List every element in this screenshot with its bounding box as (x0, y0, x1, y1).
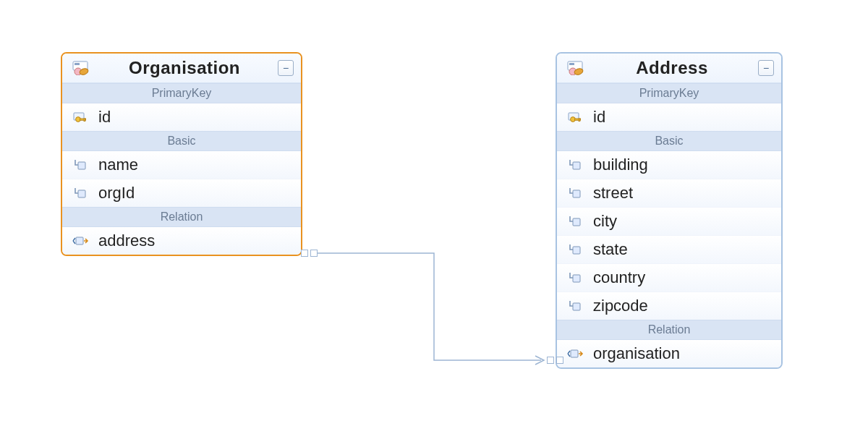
svg-rect-10 (76, 237, 83, 244)
field-name: city (593, 212, 617, 231)
svg-rect-20 (573, 190, 580, 197)
connector-port[interactable] (556, 357, 563, 364)
collapse-button[interactable]: − (278, 60, 294, 76)
field-name: organisation (593, 344, 680, 363)
entity-organisation[interactable]: Organisation − PrimaryKey id Basic (61, 52, 302, 256)
field-row[interactable]: id (62, 103, 301, 131)
svg-rect-7 (84, 119, 85, 122)
field-row[interactable]: organisation (557, 340, 781, 367)
entity-title: Address (586, 58, 758, 78)
field-row[interactable]: street (557, 179, 781, 207)
field-row[interactable]: country (557, 263, 781, 292)
connector-port[interactable] (547, 357, 554, 364)
field-icon (566, 271, 584, 284)
entity-title: Organisation (91, 58, 278, 78)
field-name: state (593, 240, 628, 259)
field-name: country (593, 268, 645, 287)
field-name: id (98, 108, 111, 127)
entity-header[interactable]: Organisation − (62, 54, 301, 83)
field-icon (71, 187, 90, 200)
section-label-basic: Basic (557, 131, 781, 151)
section-label-relation: Relation (62, 207, 301, 227)
connector-port[interactable] (310, 250, 318, 257)
svg-rect-25 (571, 350, 578, 357)
field-name: zipcode (593, 297, 648, 315)
section-label-basic: Basic (62, 131, 301, 151)
key-icon (566, 111, 584, 123)
section-label-primarykey: PrimaryKey (62, 83, 301, 103)
key-icon (71, 111, 90, 123)
svg-rect-23 (573, 275, 580, 282)
svg-rect-8 (78, 162, 85, 169)
collapse-button[interactable]: − (758, 60, 774, 76)
field-icon (566, 243, 584, 256)
field-name: name (98, 156, 138, 174)
field-row[interactable]: building (557, 151, 781, 179)
field-icon (566, 299, 584, 312)
svg-rect-19 (573, 162, 580, 169)
svg-rect-9 (78, 190, 85, 197)
svg-rect-24 (573, 303, 580, 310)
diagram-canvas[interactable]: Organisation − PrimaryKey id Basic (0, 0, 868, 434)
field-row[interactable]: name (62, 151, 301, 179)
field-row[interactable]: zipcode (557, 292, 781, 320)
field-name: orgId (98, 184, 135, 203)
svg-rect-22 (573, 247, 580, 254)
section-label-relation: Relation (557, 320, 781, 340)
field-name: id (593, 108, 605, 127)
svg-rect-21 (573, 218, 580, 226)
field-name: address (98, 231, 155, 250)
field-row[interactable]: city (557, 207, 781, 235)
relation-icon (566, 347, 584, 360)
section-label-primarykey: PrimaryKey (557, 83, 781, 103)
svg-rect-12 (569, 63, 574, 65)
entity-header[interactable]: Address − (557, 54, 781, 83)
field-row[interactable]: state (557, 235, 781, 263)
field-row[interactable]: orgId (62, 179, 301, 207)
field-icon (71, 158, 90, 171)
field-icon (566, 187, 584, 200)
entity-icon (69, 61, 91, 75)
entity-icon (564, 61, 586, 75)
svg-rect-1 (75, 63, 80, 65)
connector-port[interactable] (301, 250, 308, 257)
field-row[interactable]: id (557, 103, 781, 131)
field-row[interactable]: address (62, 227, 301, 255)
field-icon (566, 215, 584, 228)
field-name: building (593, 156, 648, 174)
svg-rect-18 (579, 119, 580, 122)
field-name: street (593, 184, 633, 203)
field-icon (566, 158, 584, 171)
relation-icon (71, 234, 90, 247)
entity-address[interactable]: Address − PrimaryKey id Basic building (556, 52, 783, 369)
